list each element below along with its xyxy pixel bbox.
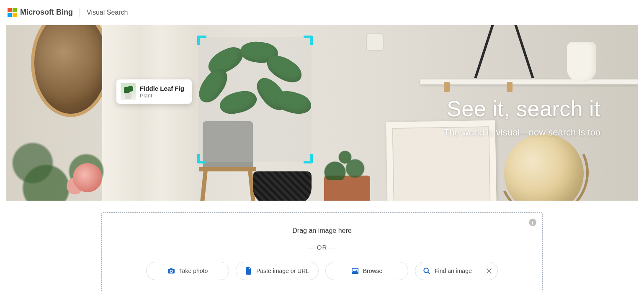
drag-instruction-text: Drag an image here bbox=[110, 227, 534, 235]
decor-mirror bbox=[31, 25, 111, 117]
paste-button[interactable]: Paste image or URL bbox=[236, 262, 319, 280]
browse-label: Browse bbox=[363, 268, 383, 274]
search-icon bbox=[423, 267, 430, 275]
section-title: Visual Search bbox=[87, 9, 128, 16]
detection-text: Fiddle Leaf Fig Plant bbox=[140, 85, 184, 99]
crop-handle-bottom-right[interactable] bbox=[304, 154, 313, 163]
crop-handle-top-left[interactable] bbox=[197, 36, 206, 45]
detection-title: Fiddle Leaf Fig bbox=[140, 85, 184, 92]
header-divider bbox=[80, 8, 80, 17]
header-bar: Microsoft Bing Visual Search bbox=[0, 0, 644, 25]
detection-result-card[interactable]: Fiddle Leaf Fig Plant bbox=[116, 79, 192, 104]
crop-handle-bottom-left[interactable] bbox=[197, 154, 206, 163]
info-icon[interactable]: i bbox=[529, 219, 536, 226]
hero-title: See it, search it bbox=[444, 96, 600, 121]
upload-dropzone[interactable]: i Drag an image here — OR — Take photo P… bbox=[101, 212, 543, 292]
detection-crop-box[interactable] bbox=[198, 37, 312, 162]
decor-small-plant bbox=[320, 142, 370, 180]
upload-button-row: Take photo Paste image or URL Browse bbox=[110, 262, 534, 280]
detection-thumbnail bbox=[121, 83, 136, 100]
or-separator-text: — OR — bbox=[110, 244, 534, 251]
microsoft-logo-icon bbox=[8, 8, 17, 17]
decor-tripod-stand bbox=[479, 25, 529, 79]
image-icon bbox=[351, 268, 359, 274]
hero-banner: Fiddle Leaf Fig Plant See it, search it … bbox=[6, 25, 638, 201]
decor-shelf bbox=[420, 79, 638, 84]
brand-name: Microsoft Bing bbox=[20, 8, 73, 17]
upload-panel-container: i Drag an image here — OR — Take photo P… bbox=[0, 212, 644, 292]
svg-line-2 bbox=[428, 272, 430, 274]
decor-woven-basket bbox=[253, 171, 312, 201]
hero-subtitle: The world is visual—now search is too bbox=[444, 127, 600, 138]
browse-button[interactable]: Browse bbox=[325, 262, 408, 280]
detection-category: Plant bbox=[140, 92, 184, 99]
paste-label: Paste image or URL bbox=[256, 268, 309, 274]
svg-point-0 bbox=[353, 269, 354, 270]
find-image-label: Find an image bbox=[435, 268, 472, 274]
take-photo-label: Take photo bbox=[179, 268, 208, 274]
decor-wall-outlet bbox=[366, 33, 384, 51]
decor-vase bbox=[567, 42, 596, 82]
paste-file-icon bbox=[245, 267, 252, 275]
decor-shelf-clip bbox=[507, 82, 513, 92]
find-image-button[interactable]: Find an image bbox=[415, 262, 498, 280]
decor-flower bbox=[73, 163, 102, 192]
svg-point-1 bbox=[424, 268, 428, 273]
camera-icon bbox=[167, 268, 175, 274]
hero-text-block: See it, search it The world is visual—no… bbox=[444, 96, 600, 138]
decor-foliage-left bbox=[6, 130, 140, 201]
take-photo-button[interactable]: Take photo bbox=[146, 262, 229, 280]
decor-shelf-clip bbox=[444, 82, 450, 92]
decor-fiddle-leaf-stand bbox=[199, 167, 256, 201]
clear-find-icon[interactable] bbox=[487, 268, 492, 273]
crop-handle-top-right[interactable] bbox=[304, 36, 313, 45]
